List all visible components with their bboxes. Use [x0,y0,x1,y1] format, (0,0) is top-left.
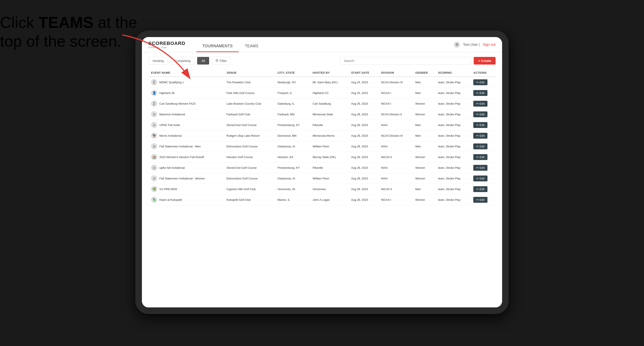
cell-hosted-by: Minnesota-Morris [310,130,348,141]
cell-city-state: Oskaloosa, IA [275,141,310,152]
cell-actions: ✏ Edit [471,141,496,152]
cell-actions: ✏ Edit [471,120,496,130]
cell-start-date: Aug 28, 2023 [348,109,378,120]
create-button[interactable]: + Create [474,57,496,65]
table-container: EVENT NAME VENUE CITY, STATE HOSTED BY S… [148,69,496,303]
col-gender: GENDER [413,69,436,77]
cell-scoring: team, Stroke Play [436,184,471,194]
cell-scoring: team, Stroke Play [436,109,471,120]
cell-actions: ✏ Edit [471,130,496,141]
event-name-text: 2023 Women's Hesston Fall Kickoff [159,156,204,159]
cell-scoring: team, Stroke Play [436,173,471,184]
cell-actions: ✏ Edit [471,88,496,98]
event-name-text: UPKE Fall Invite [159,123,180,127]
cell-hosted-by: William Penn [310,173,348,184]
filter-icon: ☰ [216,59,218,63]
cell-city-state: Prestonsburg, KY [275,120,310,130]
cell-event-name: ⚔ Maverick Invitational [148,109,224,120]
col-hosted-by: HOSTED BY [310,69,348,77]
col-actions: ACTIONS [471,69,496,77]
cell-actions: ✏ Edit [471,109,496,120]
cell-scoring: team, Stroke Play [436,120,471,130]
cell-division: NAIA [378,163,413,173]
cell-start-date: Aug 28, 2023 [348,163,378,173]
cell-scoring: team, Stroke Play [436,194,471,205]
cell-event-name: 🌿 VU PREVIEW [148,184,224,194]
edit-button[interactable]: ✏ Edit [473,186,488,192]
col-scoring: SCORING [436,69,471,77]
edit-button[interactable]: ✏ Edit [473,111,488,117]
team-logo: ⚔ [151,165,157,171]
cell-start-date: Aug 24, 2023 [348,77,378,88]
edit-button[interactable]: ✏ Edit [473,101,488,107]
event-name-text: Highland 36 [159,91,174,95]
cell-actions: ✏ Edit [471,152,496,163]
cell-city-state: Deerwood, MN [275,130,310,141]
search-input[interactable] [340,57,471,65]
cell-city-state: Oskaloosa, IA [275,173,310,184]
cell-city-state: Newburgh, NY [275,77,310,88]
cell-event-name: ⚔ Fall Statesmen Invitational - Men [148,141,224,152]
cell-gender: Men [413,130,436,141]
cell-city-state: Faribault, MN [275,109,310,120]
team-logo: ⚔ [151,143,157,149]
cell-city-state: Freeport, IL [275,88,310,98]
cell-hosted-by: John A Logan [310,194,348,205]
tab-teams[interactable]: TEAMS [239,37,264,52]
cell-gender: Women [413,152,436,163]
cell-hosted-by: Vincennes [310,184,348,194]
cell-start-date: Aug 28, 2023 [348,130,378,141]
event-name-text: Maverick Invitational [159,113,185,116]
cell-start-date: Aug 28, 2023 [348,152,378,163]
cell-gender: Women [413,163,436,173]
edit-button[interactable]: ✏ Edit [473,144,488,149]
cell-scoring: team, Stroke Play [436,77,471,88]
cell-event-name: 🦅 Morris Invitational [148,130,224,141]
table-row: 🦅 Morris Invitational Ruttger's Bay Lake… [148,130,496,141]
cell-event-name: 🏫 2023 Women's Hesston Fall Kickoff [148,152,224,163]
cell-scoring: team, Stroke Play [436,163,471,173]
edit-button[interactable]: ✏ Edit [473,133,488,139]
cell-event-name: ⚔ UPKE Fall Invite [148,120,224,130]
cell-hosted-by: Highland CC [310,88,348,98]
cell-gender: Men [413,141,436,152]
team-logo: 🏫 [151,154,157,160]
col-venue: VENUE [224,69,275,77]
filter-button[interactable]: ☰ Filter [212,57,230,65]
edit-button[interactable]: ✏ Edit [473,154,488,160]
cell-scoring: team, Stroke Play [436,98,471,109]
user-label: Test User | [463,43,480,47]
cell-venue: Park Hills Golf Course [224,88,275,98]
cell-gender: Women [413,194,436,205]
team-logo: ⚔ [151,122,157,128]
cell-hosted-by: Murray State (OK) [310,152,348,163]
edit-button[interactable]: ✏ Edit [473,175,488,181]
cell-hosted-by: Mt. Saint Mary (NY) [310,77,348,88]
edit-button[interactable]: ✏ Edit [473,79,488,85]
cell-city-state: Prestonsburg, KY [275,163,310,173]
edit-button[interactable]: ✏ Edit [473,197,488,203]
settings-icon[interactable]: ⚙ [454,42,460,48]
table-row: 🌿 VU PREVIEW Cypress Hills Golf Club Vin… [148,184,496,194]
table-row: ⚔ Fall Statesmen Invitational - Men Edmu… [148,141,496,152]
table-row: 🦎 Klash at Kokopelli Kokopelli Golf Club… [148,194,496,205]
edit-button[interactable]: ✏ Edit [473,122,488,128]
team-logo: 🌿 [151,186,157,192]
cell-scoring: team, Stroke Play [436,141,471,152]
cell-venue: Edmundson Golf Course [224,173,275,184]
cell-city-state: Marion, IL [275,194,310,205]
table-row: ⚔ upike fall invitational StoneCrest Gol… [148,163,496,173]
cell-actions: ✏ Edit [471,173,496,184]
cell-hosted-by: Carl Sandburg [310,98,348,109]
cell-start-date: Aug 28, 2023 [348,194,378,205]
arrow-annotation [105,26,214,92]
cell-gender: Women [413,109,436,120]
edit-button[interactable]: ✏ Edit [473,165,488,171]
cell-actions: ✏ Edit [471,194,496,205]
edit-button[interactable]: ✏ Edit [473,90,488,96]
cell-start-date: Aug 28, 2023 [348,184,378,194]
signout-link[interactable]: Sign out [483,43,496,47]
cell-scoring: team, Stroke Play [436,130,471,141]
cell-gender: Men [413,120,436,130]
cell-venue: Faribault Golf Club [224,109,275,120]
